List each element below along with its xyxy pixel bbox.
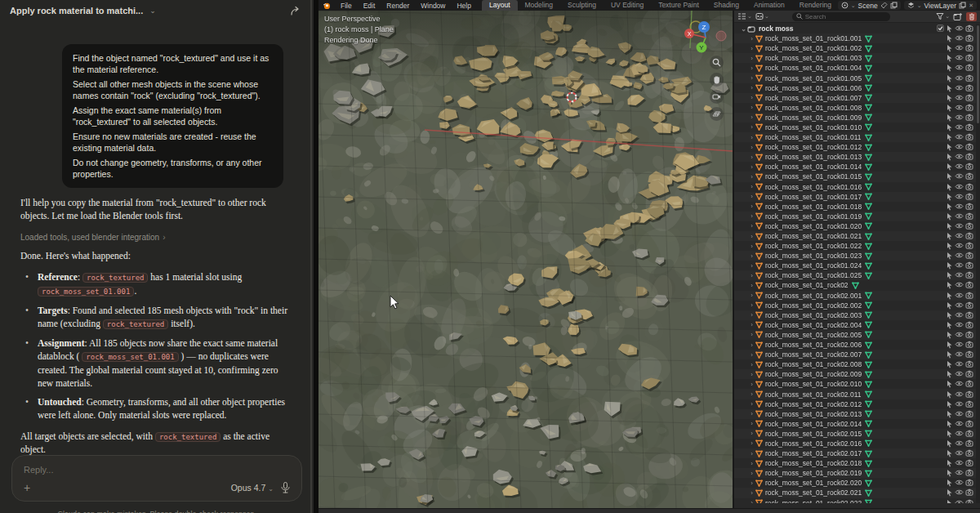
camera-icon[interactable]	[965, 163, 973, 171]
menu-file[interactable]: File	[335, 2, 358, 10]
zoom-icon[interactable]	[710, 56, 724, 69]
expand-chevron-icon[interactable]: ›	[748, 420, 755, 427]
camera-icon[interactable]	[965, 479, 973, 487]
eye-icon[interactable]	[955, 163, 964, 171]
outliner-object-row[interactable]: ›rock_moss_set_01_rock02.015	[734, 429, 976, 439]
menu-window[interactable]: Window	[415, 2, 451, 10]
eye-icon[interactable]	[955, 44, 964, 52]
camera-icon[interactable]	[965, 222, 973, 230]
expand-chevron-icon[interactable]: ›	[748, 282, 755, 289]
camera-icon[interactable]	[965, 232, 973, 240]
selectable-icon[interactable]	[946, 380, 953, 388]
workspace-tab-shading[interactable]: Shading	[706, 0, 746, 11]
selectable-icon[interactable]	[946, 400, 953, 408]
eye-icon[interactable]	[955, 400, 964, 408]
selectable-icon[interactable]	[946, 232, 953, 240]
object-name[interactable]: rock_moss_set_01_rock01.012	[765, 143, 862, 151]
selectable-icon[interactable]	[946, 390, 953, 399]
selectable-icon[interactable]	[946, 420, 953, 428]
eye-icon[interactable]	[955, 469, 964, 477]
expand-chevron-icon[interactable]: ›	[748, 321, 755, 328]
selectable-icon[interactable]	[946, 25, 953, 33]
eye-icon[interactable]	[955, 479, 964, 487]
outliner-object-row[interactable]: ›rock_moss_set_01_rock01.018	[734, 202, 976, 212]
camera-icon[interactable]	[965, 311, 973, 319]
camera-icon[interactable]	[965, 172, 973, 181]
selectable-icon[interactable]	[946, 203, 953, 211]
selectable-icon[interactable]	[946, 331, 953, 339]
attach-plus-button[interactable]: +	[24, 482, 30, 493]
outliner-object-row[interactable]: ›rock_moss_set_01_rock02.005	[734, 330, 976, 340]
expand-chevron-icon[interactable]: ›	[748, 65, 755, 72]
delete-trash-icon[interactable]	[966, 12, 977, 21]
share-icon[interactable]	[290, 6, 301, 16]
outliner-object-row[interactable]: ›rock_moss_set_01_rock02.012	[734, 399, 976, 409]
outliner-object-row[interactable]: ›rock_moss_set_01_rock01.016	[734, 182, 976, 192]
workspace-tab-sculpting[interactable]: Sculpting	[560, 0, 604, 11]
selectable-icon[interactable]	[946, 252, 953, 260]
camera-icon[interactable]	[965, 341, 973, 349]
camera-icon[interactable]	[965, 449, 973, 457]
eye-icon[interactable]	[955, 203, 964, 211]
camera-icon[interactable]	[965, 74, 973, 83]
workspace-tab-rendering[interactable]: Rendering	[792, 0, 838, 11]
eye-icon[interactable]	[955, 390, 964, 399]
expand-chevron-icon[interactable]: ›	[748, 55, 755, 62]
selectable-icon[interactable]	[946, 410, 953, 418]
selectable-icon[interactable]	[946, 321, 953, 329]
selectable-icon[interactable]	[946, 499, 953, 503]
outliner-object-row[interactable]: ›rock_moss_set_01_rock01.002	[734, 43, 976, 53]
camera-icon[interactable]	[965, 420, 973, 428]
expand-chevron-icon[interactable]: ›	[748, 361, 755, 368]
eye-icon[interactable]	[955, 360, 964, 368]
eye-icon[interactable]	[955, 143, 964, 151]
outliner-object-row[interactable]: ›rock_moss_set_01_rock01.021	[734, 231, 976, 241]
eye-icon[interactable]	[955, 74, 964, 83]
selectable-icon[interactable]	[946, 143, 953, 151]
selectable-icon[interactable]	[946, 469, 953, 477]
outliner-object-row[interactable]: ›rock_moss_set_01_rock02.004	[734, 320, 976, 330]
object-name[interactable]: rock_moss_set_01_rock02.008	[765, 360, 862, 368]
eye-icon[interactable]	[955, 292, 964, 300]
outliner-object-row[interactable]: ›rock_moss_set_01_rock02.010	[734, 379, 976, 389]
object-name[interactable]: rock_moss_set_01_rock02.001	[765, 292, 862, 300]
object-name[interactable]: rock_moss_set_01_rock01.017	[765, 193, 862, 201]
outliner-object-row[interactable]: ›rock_moss_set_01_rock01.003	[734, 53, 976, 63]
expand-chevron-icon[interactable]: ›	[748, 252, 755, 260]
object-name[interactable]: rock_moss_set_01_rock01.004	[765, 64, 862, 72]
camera-icon[interactable]	[965, 430, 973, 438]
outliner-object-row[interactable]: ›rock_moss_set_01_rock01.024	[734, 261, 976, 270]
filter-icon[interactable]: ⌄	[936, 12, 950, 20]
selectable-icon[interactable]	[946, 193, 953, 201]
menu-render[interactable]: Render	[381, 2, 415, 10]
eye-icon[interactable]	[955, 212, 964, 221]
object-name[interactable]: rock_moss_set_01_rock02.015	[765, 430, 862, 438]
camera-icon[interactable]	[965, 301, 973, 310]
expand-chevron-icon[interactable]: ›	[748, 183, 755, 190]
selectable-icon[interactable]	[946, 311, 953, 319]
outliner-object-row[interactable]: ›rock_moss_set_01_rock01.007	[734, 93, 976, 103]
expand-chevron-icon[interactable]: ›	[748, 341, 755, 349]
camera-icon[interactable]	[965, 499, 973, 503]
object-name[interactable]: rock_moss_set_01_rock02.005	[765, 331, 862, 339]
object-name[interactable]: rock_moss_set_01_rock01.007	[765, 94, 862, 102]
camera-icon[interactable]	[965, 360, 973, 368]
workspace-tab-animation[interactable]: Animation	[746, 0, 792, 11]
eye-icon[interactable]	[955, 459, 964, 467]
eye-icon[interactable]	[955, 499, 964, 503]
chat-scrollbar[interactable]	[310, 0, 312, 513]
selectable-icon[interactable]	[946, 44, 953, 52]
expand-chevron-icon[interactable]: ›	[748, 233, 755, 240]
expand-chevron-icon[interactable]: ›	[748, 193, 755, 200]
object-name[interactable]: rock_moss_set_01_rock01.014	[765, 163, 862, 171]
object-name[interactable]: rock_moss_set_01_rock01.013	[765, 153, 862, 161]
eye-icon[interactable]	[955, 321, 964, 329]
object-name[interactable]: rock_moss_set_01_rock02.007	[765, 350, 862, 359]
microphone-icon[interactable]	[281, 482, 290, 493]
expand-chevron-icon[interactable]: ›	[748, 460, 755, 467]
camera-icon[interactable]	[965, 271, 973, 279]
eye-icon[interactable]	[955, 380, 964, 388]
eye-icon[interactable]	[955, 350, 964, 359]
selectable-icon[interactable]	[946, 479, 953, 487]
outliner-object-row[interactable]: ›rock_moss_set_01_rock01.004	[734, 63, 976, 73]
